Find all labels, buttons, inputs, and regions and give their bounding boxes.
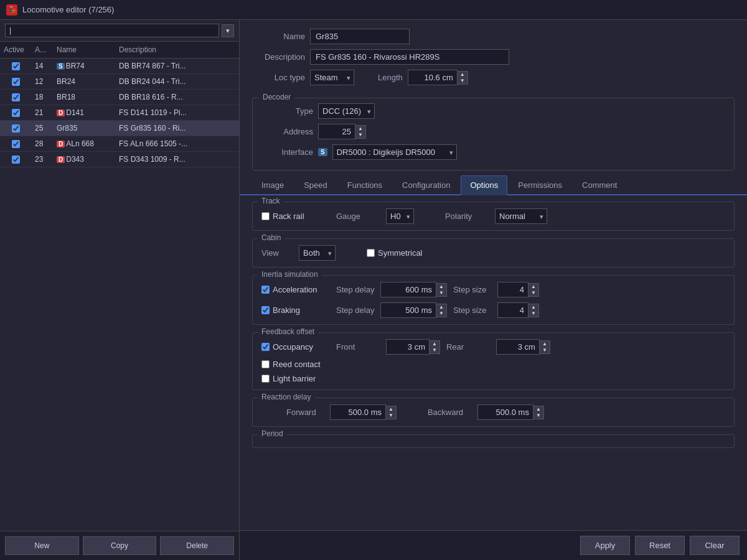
reset-button[interactable]: Reset (635, 536, 685, 555)
length-input[interactable] (408, 70, 458, 85)
brk-delay-up[interactable]: ▲ (436, 304, 446, 310)
front-up[interactable]: ▲ (430, 341, 439, 347)
tab-configuration[interactable]: Configuration (393, 175, 459, 194)
period-section: Period (252, 434, 735, 448)
acc-step-delay-label: Step delay (336, 285, 377, 294)
loco-active-checkbox[interactable] (12, 140, 20, 148)
delete-button[interactable]: Delete (160, 536, 234, 555)
polarity-select[interactable]: NormalReversed (495, 208, 547, 224)
tab-functions[interactable]: Functions (338, 175, 392, 194)
reed-contact-label[interactable]: Reed contact (261, 360, 330, 369)
tab-image[interactable]: Image (252, 175, 293, 194)
list-item[interactable]: 21DD141FS D141 1019 - Pi... (0, 105, 239, 121)
length-down-arrow[interactable]: ▼ (458, 78, 467, 84)
feedback-section: Feedback offset Occupancy Front ▲ ▼ (252, 332, 735, 390)
rear-down[interactable]: ▼ (540, 347, 550, 353)
acceleration-checkbox[interactable] (261, 286, 270, 294)
acceleration-label[interactable]: Acceleration (261, 285, 330, 294)
backward-input[interactable] (477, 404, 533, 420)
gauge-select[interactable]: H0NTTZ (386, 208, 414, 224)
tab-speed[interactable]: Speed (294, 175, 337, 194)
forward-spinner: ▲ ▼ (330, 404, 397, 420)
brk-size-input[interactable] (497, 302, 529, 318)
address-up-arrow[interactable]: ▲ (355, 126, 365, 132)
col-header-desc: Description (115, 44, 239, 55)
acc-delay-up[interactable]: ▲ (436, 284, 446, 290)
brk-step-delay-label: Step delay (336, 306, 377, 315)
list-item[interactable]: 25Gr835FS Gr835 160 - Ri... (0, 121, 239, 136)
loco-active-checkbox[interactable] (12, 78, 20, 86)
list-item[interactable]: 18BR18DB BR18 616 - R... (0, 90, 239, 105)
name-input[interactable] (310, 29, 410, 44)
list-item[interactable]: 28DALn 668FS ALn 666 1505 -... (0, 136, 239, 152)
loco-description: FS ALn 666 1505 -... (115, 138, 239, 149)
forward-down[interactable]: ▼ (386, 413, 396, 419)
tab-permissions[interactable]: Permissions (509, 175, 571, 194)
tab-comment[interactable]: Comment (573, 175, 626, 194)
new-button[interactable]: New (5, 536, 79, 555)
polarity-select-wrapper: NormalReversed (495, 208, 547, 224)
loco-active-checkbox[interactable] (12, 109, 20, 117)
loco-active-checkbox[interactable] (12, 62, 20, 70)
forward-up[interactable]: ▲ (386, 406, 396, 413)
interface-label: Interface (260, 147, 313, 157)
forward-input[interactable] (330, 404, 386, 420)
rear-input[interactable] (496, 339, 540, 355)
search-dropdown-button[interactable]: ▾ (222, 24, 234, 37)
backward-up[interactable]: ▲ (533, 406, 543, 413)
symmetrical-checkbox[interactable] (367, 249, 375, 257)
acc-delay-down[interactable]: ▼ (436, 290, 446, 296)
symmetrical-label[interactable]: Symmetrical (367, 248, 435, 258)
decoder-legend: Decoder (259, 93, 294, 101)
light-barrier-checkbox[interactable] (261, 375, 270, 383)
address-spinner: ▲ ▼ (318, 124, 366, 139)
brk-size-down[interactable]: ▼ (529, 310, 538, 317)
acc-size-down[interactable]: ▼ (529, 290, 538, 296)
acc-size-input[interactable] (497, 282, 529, 297)
rack-rail-label[interactable]: Rack rail (261, 212, 330, 221)
app-icon: 🚂 (6, 4, 17, 16)
acc-delay-input[interactable] (380, 282, 436, 297)
loco-active-checkbox[interactable] (12, 124, 20, 133)
col-header-active: Active (0, 44, 31, 55)
brk-delay-down[interactable]: ▼ (436, 310, 446, 317)
backward-label: Backward (428, 408, 471, 417)
interface-row: Interface S DR5000 : Digikeijs DR5000 (260, 144, 726, 160)
acc-size-up[interactable]: ▲ (529, 284, 538, 290)
occupancy-checkbox[interactable] (261, 343, 270, 351)
decoder-type-select[interactable]: DCC (126) DCC (28) Analog (318, 103, 375, 119)
list-item[interactable]: 14SBR74DB BR74 867 - Tri... (0, 58, 239, 74)
brk-size-up[interactable]: ▲ (529, 304, 538, 310)
right-panel: Name Description Loc type Steam Diesel E… (240, 20, 747, 560)
braking-checkbox[interactable] (261, 306, 270, 314)
front-input[interactable] (386, 339, 430, 355)
apply-button[interactable]: Apply (580, 536, 630, 555)
length-up-arrow[interactable]: ▲ (458, 72, 467, 78)
reed-contact-checkbox[interactable] (261, 360, 270, 368)
description-input[interactable] (310, 49, 509, 65)
clear-button[interactable]: Clear (690, 536, 740, 555)
braking-label[interactable]: Braking (261, 306, 330, 315)
light-barrier-row: Light barrier (261, 374, 725, 383)
tab-options[interactable]: Options (461, 175, 507, 195)
inertia-legend: Inertia simulation (258, 270, 322, 279)
rear-up[interactable]: ▲ (540, 341, 550, 347)
loc-type-select[interactable]: Steam Diesel Electric (310, 70, 354, 85)
loco-active-checkbox[interactable] (12, 156, 20, 164)
name-label: Name (252, 32, 305, 41)
address-input[interactable] (318, 124, 355, 139)
view-select[interactable]: BothFrontRear (299, 245, 336, 261)
address-down-arrow[interactable]: ▼ (355, 132, 365, 138)
light-barrier-label[interactable]: Light barrier (261, 374, 330, 383)
list-item[interactable]: 23DD343FS D343 1009 - R... (0, 152, 239, 167)
list-item[interactable]: 12BR24DB BR24 044 - Tri... (0, 74, 239, 90)
search-input[interactable] (5, 24, 219, 37)
occupancy-label[interactable]: Occupancy (261, 342, 330, 352)
rack-rail-checkbox[interactable] (261, 212, 270, 220)
loco-active-checkbox[interactable] (12, 93, 20, 101)
front-down[interactable]: ▼ (430, 347, 439, 353)
copy-button[interactable]: Copy (83, 536, 157, 555)
backward-down[interactable]: ▼ (533, 413, 543, 419)
interface-select[interactable]: DR5000 : Digikeijs DR5000 (332, 144, 457, 160)
brk-delay-input[interactable] (380, 302, 436, 318)
